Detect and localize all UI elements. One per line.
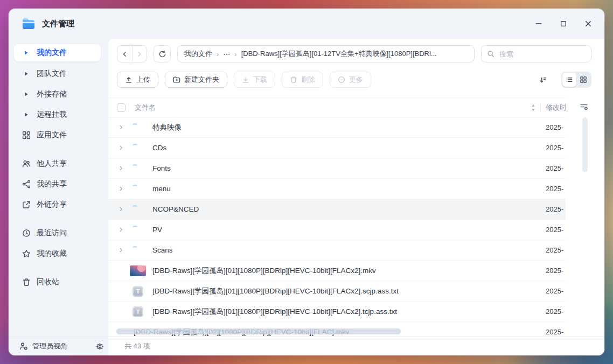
toolbar: 上传新建文件夹下载删除更多	[117, 72, 591, 88]
column-filename[interactable]: 文件名	[135, 103, 156, 113]
chevron-right-icon[interactable]	[117, 124, 124, 130]
history-nav-group	[117, 45, 147, 62]
back-button[interactable]	[117, 46, 133, 62]
table-row[interactable]: NCOP&NCED2025-	[108, 199, 566, 220]
sort-arrows-icon[interactable]	[531, 103, 536, 114]
chevron-right-icon[interactable]	[117, 145, 124, 151]
breadcrumb-segment[interactable]: 我的文件	[184, 49, 212, 59]
text-file-icon: T	[130, 306, 146, 317]
sidebar-item-team-files[interactable]: 团队文件	[9, 64, 108, 84]
breadcrumb-segment[interactable]: ⋯	[223, 50, 230, 58]
breadcrumb-separator: ›	[234, 50, 236, 58]
chevron-right-icon[interactable]	[117, 206, 124, 212]
search-input[interactable]	[498, 50, 586, 59]
forward-button[interactable]	[133, 46, 147, 62]
table-row[interactable]: T[DBD-Raws][学园孤岛][01][1080P][BDRip][HEVC…	[108, 302, 566, 322]
sidebar-item-app-files[interactable]: 应用文件	[9, 125, 108, 145]
share-icon	[22, 180, 31, 188]
breadcrumb-separator: ›	[217, 50, 219, 58]
more-icon	[338, 76, 345, 83]
column-settings-icon[interactable]	[580, 102, 588, 113]
triangle-icon	[22, 112, 31, 117]
download-button[interactable]: 下载	[234, 72, 275, 88]
app-title: 文件管理	[42, 19, 74, 29]
file-modified-date: 2025-	[546, 185, 566, 193]
grid-view-button[interactable]	[576, 73, 590, 87]
chevron-right-icon[interactable]	[117, 186, 124, 192]
sidebar-item-my-shares[interactable]: 我的共享	[9, 174, 108, 194]
button-label: 删除	[301, 75, 315, 85]
file-name: 特典映像	[152, 123, 182, 132]
admin-view-switch[interactable]: 管理员视角	[9, 337, 108, 355]
table-row[interactable]: 特典映像2025-	[108, 117, 566, 138]
window-controls	[534, 19, 593, 28]
upload-icon	[125, 76, 133, 83]
file-manager-window: 文件管理 我的文件团队文件外接存储远程挂载应用文件他人共享我的共享外链分享最近访…	[9, 9, 604, 355]
vertical-scrollbar[interactable]	[582, 117, 588, 172]
minimize-button[interactable]	[534, 19, 543, 28]
upload-button[interactable]: 上传	[117, 72, 158, 88]
file-modified-date: 2025-	[546, 164, 566, 172]
external-share-icon	[22, 200, 31, 209]
close-button[interactable]	[584, 19, 593, 28]
sidebar-nav: 我的文件团队文件外接存储远程挂载应用文件他人共享我的共享外链分享最近访问我的收藏…	[9, 39, 108, 337]
sidebar-item-remote-mount[interactable]: 远程挂载	[9, 104, 108, 125]
folder-icon	[130, 225, 146, 235]
sidebar-item-recycle-bin[interactable]: 回收站	[9, 272, 108, 292]
table-row[interactable]: T[DBD-Raws][学园孤岛][01][1080P][BDRip][HEVC…	[108, 281, 566, 302]
sort-button[interactable]	[535, 72, 551, 87]
more-button[interactable]: 更多	[330, 72, 371, 88]
item-count-area: 共 43 项	[108, 337, 604, 355]
folder-icon	[130, 204, 146, 214]
sidebar-item-external-links[interactable]: 外链分享	[9, 194, 108, 215]
clock-icon	[22, 229, 31, 237]
breadcrumb-segment[interactable]: [DBD-Raws][学园孤岛][01-12TV全集+特典映像][1080P][…	[241, 49, 437, 59]
button-label: 更多	[349, 75, 363, 85]
app-folder-icon	[22, 17, 36, 31]
file-modified-date: 2025-	[546, 307, 566, 316]
table-row[interactable]: Fonts2025-	[108, 158, 566, 179]
table-row[interactable]: PV2025-	[108, 220, 566, 240]
sidebar-item-label: 回收站	[37, 277, 59, 287]
folder-plus-icon	[173, 76, 180, 83]
settings-gear-icon[interactable]	[96, 342, 104, 351]
trash-icon	[22, 278, 31, 286]
video-thumbnail	[130, 265, 146, 276]
statusbar: 管理员视角 共 43 项	[9, 337, 604, 355]
horizontal-scrollbar[interactable]	[116, 328, 401, 334]
chevron-right-icon[interactable]	[117, 247, 124, 253]
maximize-button[interactable]	[559, 19, 568, 28]
column-modified[interactable]: 修改时	[546, 103, 566, 113]
file-modified-date: 2025-	[546, 205, 566, 213]
breadcrumb[interactable]: 我的文件›⋯›[DBD-Raws][学园孤岛][01-12TV全集+特典映像][…	[177, 45, 475, 62]
list-view-button[interactable]	[562, 73, 576, 87]
triangle-icon	[22, 71, 31, 76]
file-list: 特典映像2025-CDs2025-Fonts2025-menu2025-NCOP…	[108, 117, 566, 337]
sidebar-item-favorites[interactable]: 我的收藏	[9, 243, 108, 264]
delete-button[interactable]: 删除	[282, 72, 323, 88]
file-name: NCOP&NCED	[152, 205, 199, 213]
sidebar-item-label: 团队文件	[37, 69, 67, 79]
button-label: 上传	[136, 75, 150, 85]
new-folder-button[interactable]: 新建文件夹	[165, 72, 227, 88]
select-all-checkbox[interactable]	[117, 103, 126, 112]
folder-icon	[130, 143, 146, 153]
sidebar-item-recent[interactable]: 最近访问	[9, 223, 108, 243]
main-panel: 我的文件›⋯›[DBD-Raws][学园孤岛][01-12TV全集+特典映像][…	[108, 39, 604, 337]
file-modified-date: 2025-	[546, 246, 566, 254]
table-row[interactable]: Scans2025-	[108, 240, 566, 261]
sidebar-item-my-files[interactable]: 我的文件	[14, 44, 101, 61]
file-modified-date: 2025-	[546, 144, 566, 152]
chevron-right-icon[interactable]	[117, 165, 124, 171]
table-row[interactable]: menu2025-	[108, 179, 566, 199]
table-row[interactable]: CDs2025-	[108, 138, 566, 158]
sidebar-item-shared-by-others[interactable]: 他人共享	[9, 153, 108, 174]
refresh-button[interactable]	[154, 45, 171, 62]
file-name: [DBD-Raws][学园孤岛][01][1080P][BDRip][HEVC-…	[152, 307, 397, 317]
sidebar-item-label: 他人共享	[37, 159, 67, 169]
table-row[interactable]: [DBD-Raws][学园孤岛][01][1080P][BDRip][HEVC-…	[108, 261, 566, 281]
button-label: 新建文件夹	[184, 75, 219, 85]
sidebar-item-external-storage[interactable]: 外接存储	[9, 84, 108, 104]
search-icon	[487, 50, 494, 58]
chevron-right-icon[interactable]	[117, 227, 124, 233]
